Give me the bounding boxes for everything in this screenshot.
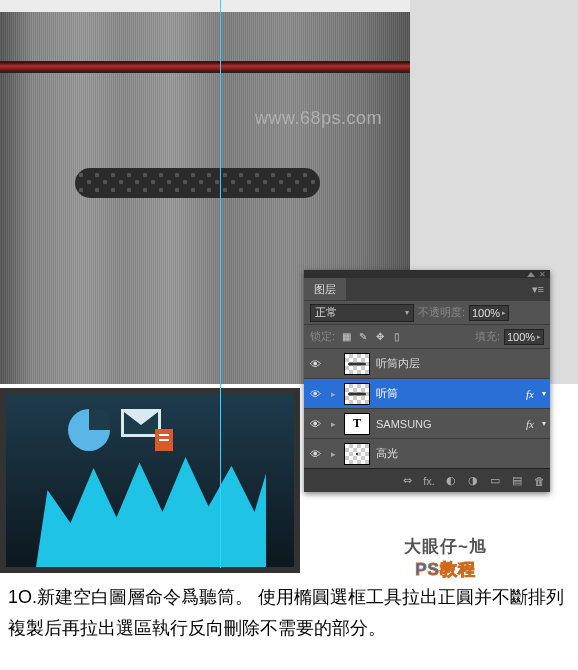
lock-label: 锁定: [310, 329, 335, 344]
lock-all-icon[interactable]: ▯ [390, 330, 404, 344]
top-strip [0, 0, 410, 12]
chevron-right-icon: ▸ [537, 333, 541, 341]
close-icon[interactable]: ✕ [539, 270, 546, 279]
layers-panel: ✕ 图层 ▾≡ 正常 ▾ 不透明度: 100% ▸ 锁定: ▦ ✎ ✥ ▯ 填充… [304, 270, 550, 384]
layer-row-inner[interactable]: 👁 听筒内层 [304, 348, 550, 378]
blend-mode-value: 正常 [315, 305, 337, 320]
fill-value: 100% [507, 331, 535, 343]
watermark-text: www.68ps.com [255, 108, 382, 129]
tab-layers-label: 图层 [314, 282, 336, 297]
chevron-right-icon: ▸ [502, 309, 506, 317]
opacity-label: 不透明度: [418, 305, 465, 320]
layer-list: 👁 听筒内层 👁 ▸ 听筒 fx ▾ 👁 ▸ T SAMSUNG fx ▾ 👁 … [304, 348, 550, 384]
red-accent-bar [0, 62, 410, 72]
layer-row-earpiece[interactable]: 👁 ▸ 听筒 fx ▾ [304, 378, 550, 384]
lock-pixels-icon[interactable]: ✎ [356, 330, 370, 344]
tab-layers[interactable]: 图层 [304, 278, 346, 300]
panel-titlebar[interactable]: ✕ [304, 270, 550, 278]
earpiece-shape [75, 168, 320, 198]
lock-transparency-icon[interactable]: ▦ [339, 330, 353, 344]
chevron-down-icon: ▾ [405, 308, 409, 317]
fill-label: 填充: [475, 329, 500, 344]
visibility-icon[interactable]: 👁 [308, 358, 322, 370]
opacity-value: 100% [472, 307, 500, 319]
panel-menu-icon[interactable]: ▾≡ [526, 283, 550, 296]
collapse-icon[interactable] [527, 272, 535, 277]
layer-thumbnail[interactable] [344, 353, 370, 375]
fill-input[interactable]: 100% ▸ [504, 329, 544, 345]
layer-thumbnail[interactable] [344, 383, 370, 385]
blend-mode-select[interactable]: 正常 ▾ [310, 304, 414, 322]
layer-name-label: 听筒内层 [376, 356, 546, 371]
lock-position-icon[interactable]: ✥ [373, 330, 387, 344]
vertical-guide[interactable] [220, 0, 221, 384]
opacity-input[interactable]: 100% ▸ [469, 305, 509, 321]
